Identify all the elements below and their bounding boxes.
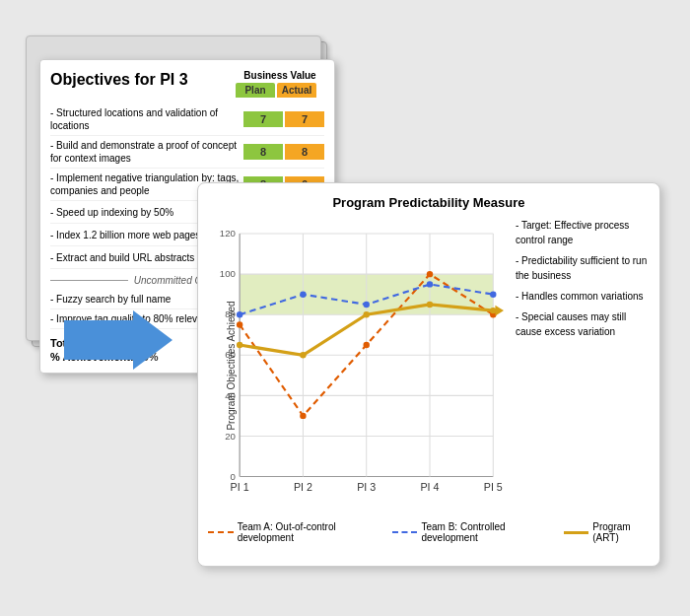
val-plan: 7 bbox=[243, 111, 283, 127]
svg-text:PI 5: PI 5 bbox=[484, 482, 503, 494]
svg-text:20: 20 bbox=[225, 431, 236, 442]
legend-item-program: Program (ART) bbox=[564, 521, 650, 543]
chart-title: Program Predictability Measure bbox=[208, 195, 650, 210]
arrow-container bbox=[54, 306, 182, 376]
obj-text: Structured locations and validation of l… bbox=[50, 106, 243, 132]
svg-point-34 bbox=[364, 302, 370, 308]
legend-label-program: Program (ART) bbox=[592, 521, 650, 543]
chart-notes-list: Target: Effective process control rangeP… bbox=[516, 218, 650, 339]
svg-text:120: 120 bbox=[220, 228, 236, 239]
svg-point-40 bbox=[427, 302, 433, 308]
svg-marker-42 bbox=[495, 306, 504, 316]
svg-text:PI 1: PI 1 bbox=[231, 482, 249, 494]
chart-note: Special causes may still cause excess va… bbox=[516, 309, 650, 339]
objectives-title: Objectives for PI 3 bbox=[50, 70, 188, 89]
business-value-header: Business Value Plan Actual bbox=[236, 70, 324, 98]
chart-svg: 020406080100120PI 1PI 2PI 3PI 4PI 5 bbox=[208, 218, 504, 513]
legend-label-teamA: Team A: Out-of-control development bbox=[238, 521, 373, 543]
divider-line-left bbox=[50, 280, 128, 281]
svg-text:100: 100 bbox=[220, 268, 236, 279]
y-axis-label: Program Objectives Achieved bbox=[226, 301, 237, 430]
val-actual: 8 bbox=[285, 144, 324, 160]
chart-card: Program Predictability Measure Program O… bbox=[197, 182, 660, 567]
svg-text:PI 3: PI 3 bbox=[357, 482, 376, 494]
arrow-icon bbox=[54, 306, 182, 375]
obj-row: Structured locations and validation of l… bbox=[50, 103, 324, 136]
chart-notes: Target: Effective process control rangeP… bbox=[512, 218, 650, 513]
chart-content: Program Objectives Achieved 020406080100… bbox=[208, 218, 650, 513]
svg-text:PI 2: PI 2 bbox=[294, 482, 312, 494]
svg-point-35 bbox=[427, 281, 433, 287]
svg-point-32 bbox=[237, 311, 242, 317]
legend-line-teamB bbox=[392, 531, 418, 533]
val-actual: 7 bbox=[285, 111, 324, 127]
bv-cols: Plan Actual bbox=[236, 83, 324, 98]
chart-note: Target: Effective process control range bbox=[516, 218, 650, 247]
svg-point-36 bbox=[490, 291, 496, 297]
bv-label: Business Value bbox=[236, 70, 324, 81]
svg-point-39 bbox=[364, 311, 370, 317]
svg-point-33 bbox=[300, 291, 306, 297]
legend-item-teamB: Team B: Controlled development bbox=[392, 521, 544, 543]
svg-point-37 bbox=[237, 342, 242, 348]
objectives-header: Objectives for PI 3 Business Value Plan … bbox=[50, 70, 324, 98]
svg-text:PI 4: PI 4 bbox=[420, 482, 439, 494]
obj-values: 7 7 bbox=[243, 111, 324, 127]
legend-label-teamB: Team B: Controlled development bbox=[421, 521, 543, 543]
chart-note: Predictability sufficient to run the bus… bbox=[516, 253, 650, 283]
obj-text: Build and demonstrate a proof of concept… bbox=[50, 139, 243, 165]
svg-point-29 bbox=[364, 342, 370, 348]
obj-row: Build and demonstrate a proof of concept… bbox=[50, 136, 324, 169]
svg-point-28 bbox=[300, 413, 306, 419]
legend-item-teamA: Team A: Out-of-control development bbox=[208, 521, 373, 543]
bv-plan-header: Plan bbox=[236, 83, 275, 98]
chart-legend: Team A: Out-of-control development Team … bbox=[208, 521, 650, 543]
bv-actual-header: Actual bbox=[277, 83, 316, 98]
legend-line-program bbox=[564, 531, 589, 534]
val-plan: 8 bbox=[243, 144, 283, 160]
chart-note: Handles common variations bbox=[516, 289, 650, 304]
svg-point-27 bbox=[237, 321, 242, 327]
svg-point-38 bbox=[300, 352, 306, 358]
chart-area: Program Objectives Achieved 020406080100… bbox=[208, 218, 504, 513]
legend-line-teamA bbox=[208, 531, 234, 533]
obj-values: 8 8 bbox=[243, 144, 324, 160]
svg-point-30 bbox=[427, 271, 433, 277]
svg-text:0: 0 bbox=[230, 471, 235, 482]
